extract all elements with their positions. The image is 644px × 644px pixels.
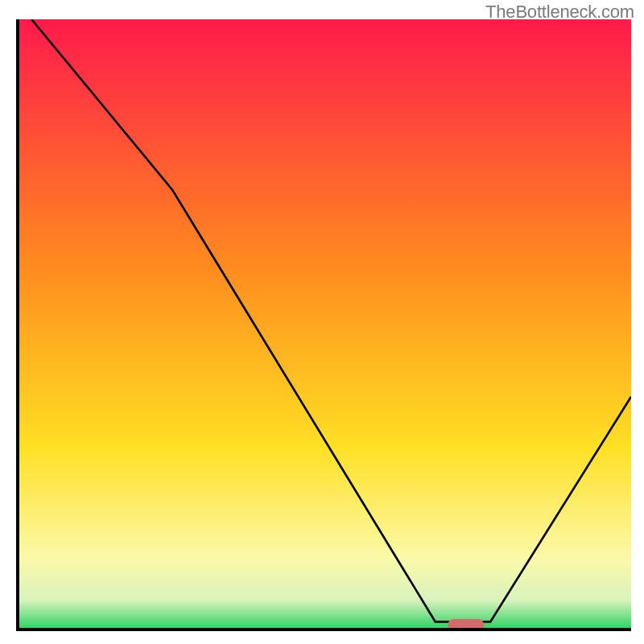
optimal-marker: [448, 619, 485, 630]
watermark-text: TheBottleneck.com: [485, 2, 634, 23]
plot-area: [16, 19, 631, 631]
chart-container: TheBottleneck.com: [0, 0, 644, 644]
bottleneck-curve: [19, 19, 631, 628]
